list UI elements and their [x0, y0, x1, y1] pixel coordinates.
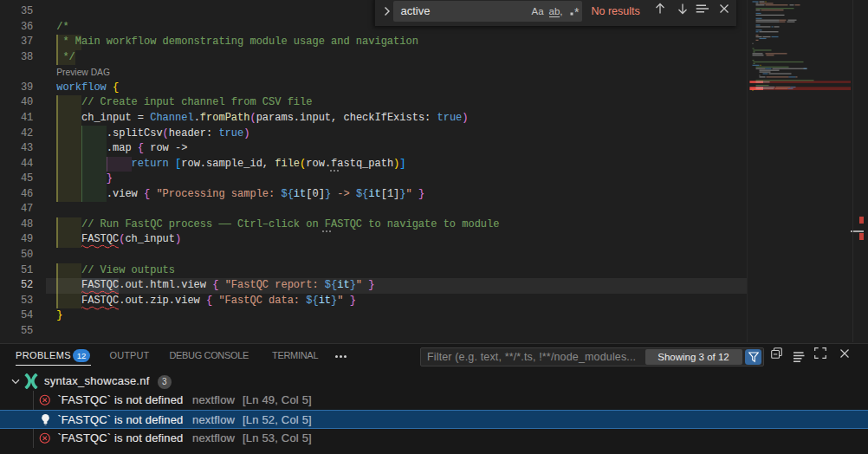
svg-text:*: * [574, 5, 580, 18]
